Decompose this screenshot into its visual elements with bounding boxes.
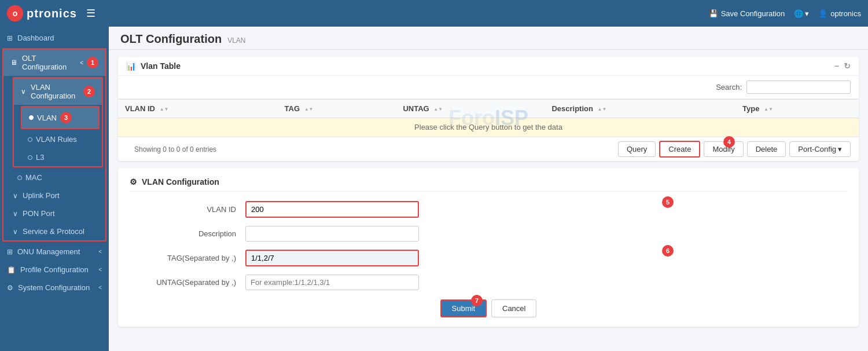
card-header-icons: − ↻	[834, 61, 851, 71]
sidebar-item-system-config[interactable]: ⚙ System Configuration <	[0, 279, 109, 297]
navbar-right: 💾 Save Configuration 🌐 ▾ 👤 optronics	[709, 9, 861, 18]
sidebar-vlan-rules-label: VLAN Rules	[36, 135, 77, 144]
profile-arrow: <	[98, 266, 102, 273]
sidebar-item-dashboard[interactable]: ⊞ Dashboard	[0, 29, 109, 47]
hamburger-menu[interactable]: ☰	[86, 7, 95, 20]
col-description: Description ▲▼	[545, 100, 735, 118]
language-selector[interactable]: 🌐 ▾	[794, 9, 809, 18]
search-label: Search:	[716, 83, 742, 92]
port-config-button[interactable]: Port-Config ▾	[789, 141, 851, 157]
sidebar-item-onu-management[interactable]: ⊞ ONU Management <	[0, 243, 109, 261]
col-untag-label: UNTAG	[403, 104, 429, 113]
sidebar-item-pon-port[interactable]: ∨ PON Port	[3, 204, 105, 222]
sort-untag[interactable]: ▲▼	[433, 107, 443, 112]
query-button[interactable]: Query	[618, 141, 656, 157]
form-section-title: ⚙ VLAN Configuration	[130, 177, 847, 192]
user-icon: 👤	[818, 9, 827, 18]
sidebar-uplink-label: Uplink Port	[23, 191, 60, 200]
save-icon: 💾	[709, 9, 718, 18]
save-config-button[interactable]: 💾 Save Configuration	[709, 9, 785, 18]
port-config-arrow: ▾	[838, 145, 842, 153]
olt-icon: 🖥	[10, 58, 17, 67]
logo-icon: o	[7, 5, 23, 21]
form-row-description: Description	[130, 226, 847, 242]
page-header: OLT Configuration VLAN	[109, 27, 868, 50]
sidebar-item-vlan-rules[interactable]: VLAN Rules	[14, 130, 102, 148]
description-input[interactable]	[245, 226, 419, 242]
refresh-icon[interactable]: ↻	[844, 61, 851, 71]
globe-icon: 🌐	[794, 9, 803, 18]
system-icon: ⚙	[7, 284, 13, 292]
vlan-table-card: 📊 Vlan Table − ↻ Search: ForoISP	[118, 57, 859, 161]
badge-2: 2	[83, 86, 95, 97]
onu-arrow: <	[98, 248, 102, 255]
col-type: Type ▲▼	[735, 100, 859, 118]
sort-tag[interactable]: ▲▼	[304, 107, 314, 112]
minimize-icon[interactable]: −	[834, 61, 839, 71]
badge-3: 3	[60, 112, 72, 123]
onu-icon: ⊞	[7, 248, 13, 256]
sidebar-item-vlan-config[interactable]: ∨ VLAN Configuration 2	[14, 78, 102, 105]
sidebar-item-profile-config[interactable]: 📋 Profile Configuration <	[0, 261, 109, 279]
form-icon: ⚙	[130, 177, 137, 187]
layout: ⊞ Dashboard 🖥 OLT Configuration < 1 ∨ VL…	[0, 27, 868, 351]
col-tag-label: TAG	[285, 104, 300, 113]
sort-vlan-id[interactable]: ▲▼	[160, 107, 169, 112]
system-arrow: <	[98, 284, 102, 291]
svg-text:o: o	[13, 9, 18, 18]
search-input[interactable]	[746, 81, 851, 94]
sidebar-item-olt-config[interactable]: 🖥 OLT Configuration < 1	[3, 49, 105, 76]
vlan-rules-circle	[28, 137, 32, 142]
logo: o ptronics	[7, 5, 77, 21]
vlan-table: VLAN ID ▲▼ TAG ▲▼ UNTAG ▲▼	[118, 99, 859, 137]
col-desc-label: Description	[551, 104, 593, 113]
table-icon: 📊	[126, 61, 136, 71]
vlan-config-form-card: ⚙ VLAN Configuration VLAN ID 5 Descripti…	[118, 168, 859, 327]
action-buttons: Query Create 4 Modify Delete Port-Config…	[618, 141, 851, 158]
main-content: OLT Configuration VLAN 📊 Vlan Table − ↻ …	[109, 27, 868, 351]
tag-input[interactable]	[245, 250, 419, 266]
vlan-id-input[interactable]	[245, 201, 419, 218]
col-untag: UNTAG ▲▼	[396, 100, 545, 118]
col-tag: TAG ▲▼	[278, 100, 396, 118]
badge-4: 4	[723, 136, 735, 148]
card-header: 📊 Vlan Table − ↻	[118, 57, 859, 76]
breadcrumb: VLAN	[227, 34, 245, 45]
service-icon: ∨	[13, 228, 18, 236]
form-row-untag: UNTAG(Separated by ,)	[130, 275, 847, 290]
sidebar-item-vlan[interactable]: VLAN 3	[22, 107, 98, 128]
create-button[interactable]: Create	[659, 141, 700, 158]
sidebar-item-mac[interactable]: MAC	[3, 169, 105, 187]
badge-7: 7	[471, 295, 483, 306]
badge-5: 5	[662, 196, 674, 208]
untag-input[interactable]	[245, 275, 419, 290]
col-vlan-id: VLAN ID ▲▼	[118, 100, 278, 118]
delete-button[interactable]: Delete	[747, 141, 786, 157]
logo-text: ptronics	[27, 7, 77, 20]
globe-arrow: ▾	[805, 9, 809, 18]
sidebar-item-l3[interactable]: L3	[14, 148, 102, 166]
profile-icon: 📋	[7, 266, 16, 274]
sidebar-item-uplink-port[interactable]: ∨ Uplink Port	[3, 187, 105, 204]
form-buttons: Submit 7 Cancel	[130, 299, 847, 317]
sidebar-vlan-label: VLAN	[37, 114, 57, 122]
sidebar-system-label: System Configuration	[18, 283, 90, 292]
card-header-left: 📊 Vlan Table	[126, 61, 181, 71]
cancel-button[interactable]: Cancel	[491, 299, 536, 317]
l3-circle	[28, 155, 32, 160]
untag-label: UNTAG(Separated by ,)	[130, 278, 245, 287]
sort-type[interactable]: ▲▼	[764, 107, 773, 112]
vlan-config-icon: ∨	[21, 87, 26, 96]
sidebar-service-label: Service & Protocol	[23, 227, 84, 236]
sort-desc[interactable]: ▲▼	[598, 107, 607, 112]
vlan-id-label: VLAN ID	[130, 205, 245, 214]
sidebar-vlan-config-label: VLAN Configuration	[31, 83, 80, 100]
sidebar-dashboard-label: Dashboard	[17, 34, 54, 42]
tag-label: TAG(Separated by ,)	[130, 254, 245, 262]
user-menu[interactable]: 👤 optronics	[818, 9, 861, 18]
sidebar-item-service-protocol[interactable]: ∨ Service & Protocol	[3, 222, 105, 240]
col-vlan-id-label: VLAN ID	[125, 104, 155, 113]
pon-icon: ∨	[13, 210, 18, 218]
form-title: VLAN Configuration	[142, 177, 219, 187]
table-container: ForoISP VLAN ID ▲▼ TAG ▲▼	[118, 99, 859, 137]
